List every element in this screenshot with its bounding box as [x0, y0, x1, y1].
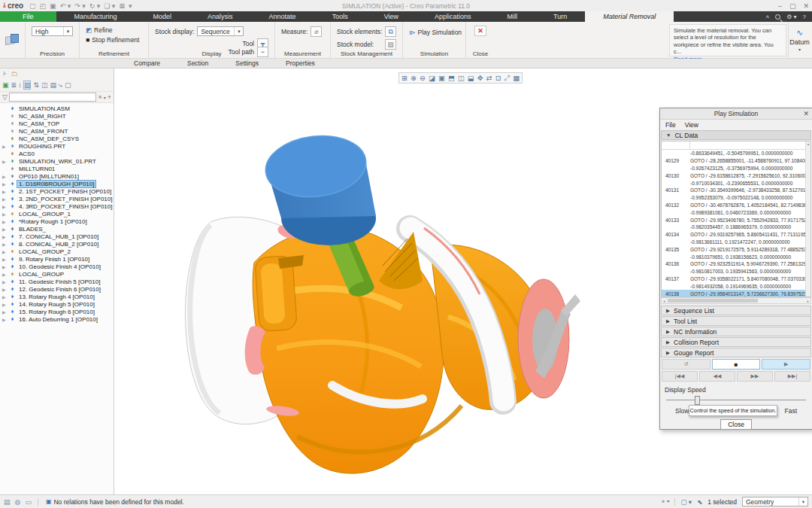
cl-data-row[interactable]: -0.9814932058, 0.1914969635, 0.000000000…: [662, 282, 810, 290]
fullscreen-toggle-icon[interactable]: ▭: [25, 498, 32, 506]
shade-icon[interactable]: ▣: [438, 74, 445, 82]
ribbon-tab[interactable]: Mill: [489, 11, 536, 22]
cl-data-row[interactable]: 40129 GOTO / -28.2658855001, -11.4588760…: [662, 157, 810, 165]
saved-views-icon[interactable]: ⬒: [448, 74, 455, 82]
stock-model-button[interactable]: ▧: [385, 39, 396, 50]
model-tree-toggle-icon[interactable]: ▤: [4, 498, 11, 506]
tree-item[interactable]: ▶ ⬧ 1. D16R0BROUGH [OP010]: [0, 180, 114, 187]
tree-item[interactable]: ▶ ⬧ 12. Geodesic Finish 6 [OP010]: [0, 285, 114, 293]
stock-display-dropdown[interactable]: Sequence▾: [197, 26, 244, 36]
help-icon[interactable]: ?: [803, 14, 806, 20]
select-box-icon[interactable]: ▢ ▾: [680, 498, 692, 506]
tree-item[interactable]: ⬧ MILLTURN01: [0, 165, 114, 172]
close-window-icon[interactable]: ⊠: [119, 2, 125, 10]
undo-icon[interactable]: ↶ ▾: [60, 2, 71, 10]
tree-item[interactable]: ▶ ⬧ 13. Rotary Rough 4 [OP010]: [0, 293, 114, 300]
filter-dropdown-icon[interactable]: ▾: [104, 95, 106, 100]
cl-data-row[interactable]: 40130 GOTO / -29.6158612875, -7.29156256…: [662, 172, 810, 179]
secondary-tab[interactable]: Properties: [272, 59, 329, 68]
cl-data-row[interactable]: -0.9810379651, 0.1938156623, 0.000000000…: [662, 253, 810, 260]
cl-data-row[interactable]: 40138 GOTO / -29.9584013147, 5.723662730…: [662, 290, 810, 297]
model-tree-tab-icon[interactable]: ⊦: [3, 70, 7, 78]
cl-data-row[interactable]: 40131 GOTO / -30.3549399646, -2.97384332…: [662, 187, 810, 194]
tree-item[interactable]: ▶ ⬧ *Rotary Rough 1 [OP010]: [0, 217, 114, 225]
play-button[interactable]: ▶: [762, 359, 810, 370]
tree-item[interactable]: ⬧ NC_ASM_FRONT: [0, 127, 114, 135]
tree-item[interactable]: ⬧ SIMULATION.ASM: [0, 105, 114, 112]
ribbon-tab[interactable]: Material Removal: [585, 11, 674, 22]
tool-path-display-button[interactable]: ⌁: [257, 47, 268, 57]
ribbon-tab[interactable]: Analysis: [189, 11, 251, 22]
skip-end-button[interactable]: ▶▶|: [774, 371, 810, 382]
regenerate-icon[interactable]: ↻ ▾: [89, 2, 101, 10]
stop-refinement-button[interactable]: ■Stop Refinement: [86, 36, 142, 44]
cl-data-header[interactable]: ▼CL Data: [661, 130, 811, 140]
tree-item[interactable]: ▶ ⬧ OP010 [MILLTURN01]: [0, 172, 114, 180]
stop-button[interactable]: ■: [712, 359, 761, 370]
cl-data-row[interactable]: -0.9710034301, -0.2390655531, 0.00000000…: [662, 179, 810, 187]
refine-button[interactable]: ◩Refine: [86, 26, 142, 34]
redo-icon[interactable]: ↷ ▾: [74, 2, 86, 10]
cl-data-row[interactable]: -0.9267423125, -0.3756975994, 0.00000000…: [662, 165, 810, 172]
cl-data-row[interactable]: -0.9820354457, 0.1886965379, 0.000000000…: [662, 224, 810, 231]
search-tree-icon[interactable]: ⤷: [59, 81, 62, 90]
cl-data-row[interactable]: -0.9952353079, -0.0975022148, 0.00000000…: [662, 194, 810, 202]
cl-data-row[interactable]: 40132 GOTO / -30.4678762876, 1.405218454…: [662, 202, 810, 209]
design-tree-icon[interactable]: ◫: [41, 81, 48, 89]
view-manager-icon[interactable]: ◫: [458, 74, 465, 82]
skip-start-button[interactable]: |◀◀: [662, 371, 698, 382]
zoom-in-icon[interactable]: ⊕: [411, 74, 417, 82]
dialog-section-header[interactable]: ▶NC Information: [661, 327, 811, 336]
repaint-icon[interactable]: ◪: [429, 74, 435, 82]
save-icon[interactable]: ▣: [50, 2, 56, 10]
dialog-menu-item[interactable]: View: [685, 121, 698, 129]
cl-data-row[interactable]: 40134 GOTO / -29.9319257965, 5.860541143…: [662, 231, 810, 239]
close-material-removal-button[interactable]: ✕: [474, 26, 486, 36]
minimize-ribbon-icon[interactable]: ˄: [765, 14, 769, 20]
restart-button[interactable]: ↺: [662, 359, 710, 370]
open-icon[interactable]: ◰: [40, 2, 47, 10]
find-icon[interactable]: ⌖ ▾: [662, 497, 670, 506]
tree-item[interactable]: ⬧ ACS0: [0, 150, 114, 157]
customize-icon[interactable]: ▾: [129, 2, 132, 10]
ribbon-tab[interactable]: Tools: [314, 11, 366, 22]
dialog-section-header[interactable]: ▶Tool List: [661, 316, 811, 326]
spin-center-icon[interactable]: ⊡: [495, 74, 501, 82]
restore-button[interactable]: ▢: [789, 2, 796, 10]
tree-item[interactable]: ▶ ⬧ 14. Rotary Rough 5 [OP010]: [0, 300, 114, 308]
play-simulation-button[interactable]: ⧐ Play Simulation: [409, 29, 459, 36]
dialog-close-button[interactable]: Close: [720, 419, 752, 430]
doc-icon[interactable]: ▢: [65, 81, 71, 89]
cl-data-row[interactable]: -0.8633649451, -0.5045799951, 0.00000000…: [662, 150, 810, 157]
cl-data-row[interactable]: -0.9813661111, 0.1921472247, 0.000000000…: [662, 239, 810, 246]
folder-browser-tab-icon[interactable]: 🗀: [11, 70, 18, 78]
secondary-tab[interactable]: Settings: [222, 59, 272, 68]
tree-item[interactable]: ▶ ⬧ LOCAL_GROUP_1: [0, 210, 114, 217]
precision-dropdown[interactable]: High▾: [32, 26, 73, 36]
datum-button[interactable]: ∿ Datum ▾: [788, 22, 810, 58]
perspective-icon[interactable]: ⤢: [504, 74, 511, 83]
tree-item[interactable]: ▶ ⬧ BLADES_: [0, 225, 114, 233]
tree-item[interactable]: ▶ ⬧ 10. Geodesic Finish 4 [OP010]: [0, 263, 114, 270]
dialog-menu-item[interactable]: File: [665, 121, 676, 129]
tree-item[interactable]: ▶ ⬧ ROUGHING.PRT: [0, 142, 114, 150]
new-icon[interactable]: ▢: [29, 2, 36, 10]
tree-item[interactable]: ▶ ⬧ 16. Auto Deburring 1 [OP010]: [0, 315, 114, 323]
cl-vertical-scrollbar[interactable]: ▴: [805, 141, 810, 297]
tree-item[interactable]: ▶ ⬧ 2. 1ST_POCKET_FINISH [OP010]: [0, 187, 114, 195]
display-style-icon[interactable]: ⬓: [468, 74, 474, 82]
minimize-button[interactable]: –: [778, 2, 782, 10]
tree-item[interactable]: ⬧ NC_ASM_RIGHT: [0, 112, 114, 120]
gear-icon[interactable]: ⚙ ▾: [786, 14, 796, 20]
zoom-out-icon[interactable]: ⊖: [420, 74, 426, 82]
cl-data-row[interactable]: 40136 GOTO / -29.9232511914, 5.904672939…: [662, 260, 810, 268]
slider-handle[interactable]: [695, 396, 700, 405]
datum-display-icon[interactable]: ✥: [477, 74, 483, 82]
ribbon-tab[interactable]: Model: [135, 11, 190, 22]
secondary-tab[interactable]: Compare: [120, 59, 174, 68]
dialog-section-header[interactable]: ▶Gouge Report: [661, 348, 811, 357]
annotation-display-icon[interactable]: ⇄: [486, 74, 492, 82]
cl-data-row[interactable]: 40135 GOTO / -29.9219172575, 5.911428931…: [662, 245, 810, 253]
tree-item[interactable]: ▶ ⬧ 11. Geodesic Finish 5 [OP010]: [0, 278, 114, 285]
add-filter-icon[interactable]: +: [108, 93, 111, 101]
